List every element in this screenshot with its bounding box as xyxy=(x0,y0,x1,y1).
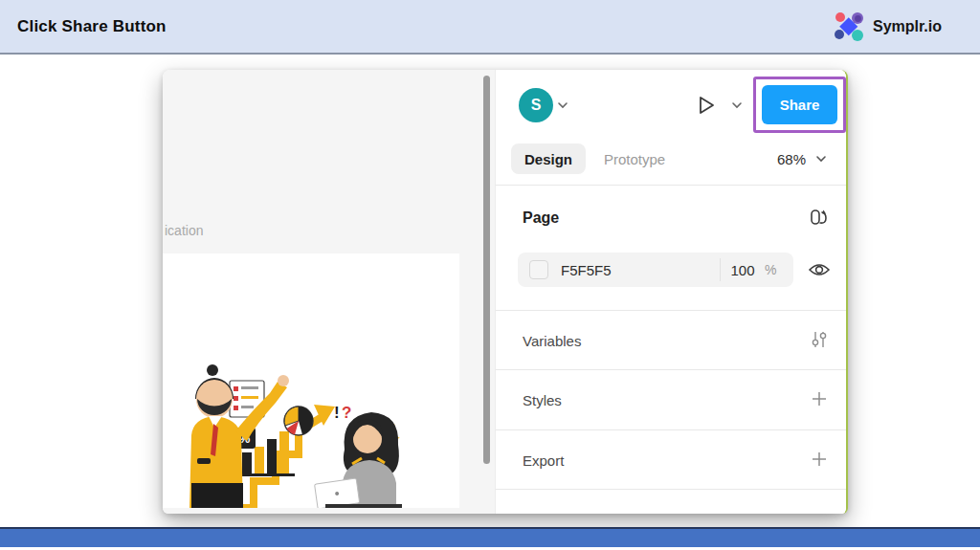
avatar[interactable]: S xyxy=(519,88,553,122)
share-highlight-box: Share xyxy=(753,77,846,133)
divider xyxy=(496,489,848,490)
play-chevron-down-icon[interactable] xyxy=(731,101,743,109)
divider xyxy=(496,369,848,370)
pie-chart xyxy=(284,407,313,435)
woman-with-laptop xyxy=(315,412,402,508)
divider xyxy=(496,310,848,311)
color-hex-field[interactable]: F5F5F5 xyxy=(561,262,720,278)
sliders-icon[interactable] xyxy=(810,330,829,349)
visibility-eye-icon[interactable] xyxy=(808,259,831,280)
frame-name-label[interactable]: ication xyxy=(165,223,203,238)
brand-name: Symplr.io xyxy=(873,18,942,35)
exclaim-question: ! ? xyxy=(334,404,351,422)
add-export-plus-icon[interactable] xyxy=(810,450,829,469)
brand-logo: Symplr.io xyxy=(832,10,942,44)
divider xyxy=(496,185,848,186)
variables-section-label: Variables xyxy=(523,333,581,349)
opacity-percent-label: % xyxy=(765,262,793,277)
zoom-chevron-down-icon xyxy=(815,155,827,163)
divider xyxy=(496,429,848,430)
page-color-row: F5F5F5 100 % xyxy=(518,253,793,287)
opacity-field[interactable]: 100 xyxy=(721,262,765,278)
add-style-plus-icon[interactable] xyxy=(810,389,829,408)
design-frame[interactable]: % xyxy=(163,253,459,508)
figma-canvas: ication xyxy=(163,70,495,514)
page-section-label: Page xyxy=(523,209,559,227)
color-swatch[interactable] xyxy=(529,260,548,279)
share-button[interactable]: Share xyxy=(762,85,837,124)
avatar-chevron-down-icon[interactable] xyxy=(557,101,568,109)
slide: Click Share Button Symplr.io ication xyxy=(0,0,980,550)
play-icon[interactable] xyxy=(693,93,718,118)
svg-text:!: ! xyxy=(334,404,340,422)
styles-section-label: Styles xyxy=(523,392,562,408)
symplr-logo-icon xyxy=(832,10,866,44)
svg-text:?: ? xyxy=(342,404,351,422)
business-illustration: % xyxy=(163,253,459,508)
tab-prototype[interactable]: Prototype xyxy=(604,143,665,174)
tab-design[interactable]: Design xyxy=(511,143,586,174)
footer-accent-bar xyxy=(0,527,980,547)
zoom-level-control[interactable]: 68% xyxy=(777,143,827,174)
export-section-label: Export xyxy=(523,452,564,469)
figma-right-panel: S Share Design Prototype 68% xyxy=(495,70,848,514)
figma-screenshot: ication xyxy=(163,70,848,514)
canvas-scrollbar[interactable] xyxy=(483,76,490,464)
zoom-level-value: 68% xyxy=(777,151,806,167)
swap-page-background-icon[interactable] xyxy=(808,206,831,229)
slide-header: Click Share Button Symplr.io xyxy=(0,0,980,55)
page-title: Click Share Button xyxy=(17,17,167,36)
